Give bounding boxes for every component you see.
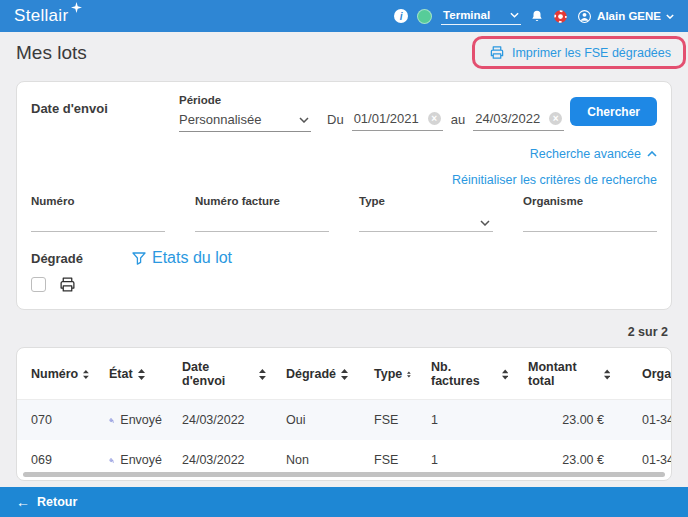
- table-header-row: Numéro État Date d'envoi Dégradé Type Nb…: [17, 348, 672, 400]
- date-from-input[interactable]: 01/01/2021 ×: [352, 111, 443, 131]
- date-from-value: 01/01/2021: [354, 111, 419, 126]
- cell-degrade: Oui: [272, 400, 360, 441]
- filter-row-dates: Date d'envoi Période Personnalisée Du 01…: [31, 94, 657, 132]
- search-filter-card: Date d'envoi Période Personnalisée Du 01…: [16, 81, 672, 310]
- chevron-down-icon: [299, 117, 309, 123]
- reset-criteria-label: Réinitialiser les critères de recherche: [452, 173, 657, 187]
- numero-facture-input[interactable]: [195, 207, 329, 232]
- numero-field: Numéro: [31, 195, 165, 232]
- top-navigation-bar: Stellair i Terminal: [0, 0, 688, 32]
- sort-icon: [502, 369, 508, 380]
- sparkle-icon: [71, 2, 82, 13]
- organisme-label: Organisme: [523, 195, 657, 207]
- type-label: Type: [359, 195, 493, 207]
- date-envoi-label: Date d'envoi: [31, 94, 179, 116]
- sort-icon: [83, 369, 89, 380]
- cell-montant-total: 23.00 €: [514, 400, 628, 441]
- horizontal-scrollbar[interactable]: [23, 472, 665, 477]
- table-row[interactable]: 070 Envoyé 24/03/2022 Oui FSE 1 23.00 €: [17, 400, 672, 441]
- periode-label: Période: [179, 94, 311, 106]
- filter-row-fields: Numéro Numéro facture Type Orga: [31, 195, 657, 232]
- cell-date-envoi: 24/03/2022: [168, 400, 272, 441]
- clear-icon[interactable]: ×: [549, 112, 562, 125]
- cell-numero: 070: [17, 400, 95, 441]
- highlight-annotation: Imprimer les FSE dégradées: [472, 36, 686, 69]
- date-to-input[interactable]: 24/03/2022 ×: [473, 111, 564, 131]
- user-menu[interactable]: Alain GENE: [577, 9, 674, 24]
- degrade-label: Dégradé: [31, 251, 132, 266]
- user-name: Alain GENE: [597, 10, 661, 22]
- column-header-organisme[interactable]: Organisme: [628, 348, 672, 400]
- periode-field: Période Personnalisée: [179, 94, 311, 132]
- back-button[interactable]: ← Retour: [16, 494, 77, 510]
- stellair-logo: Stellair: [14, 6, 82, 26]
- clear-icon[interactable]: ×: [428, 112, 441, 125]
- lots-table-card: Numéro État Date d'envoi Dégradé Type Nb…: [16, 347, 672, 481]
- back-button-label: Retour: [37, 495, 77, 509]
- sort-icon: [407, 369, 411, 380]
- funnel-icon: [132, 252, 146, 265]
- info-icon[interactable]: i: [394, 9, 408, 23]
- sort-icon: [259, 369, 266, 380]
- numero-facture-field: Numéro facture: [195, 195, 329, 232]
- column-header-numero[interactable]: Numéro: [17, 348, 95, 400]
- column-header-degrade[interactable]: Dégradé: [272, 348, 360, 400]
- advanced-search-label: Recherche avancée: [530, 147, 641, 161]
- terminal-select[interactable]: Terminal: [441, 8, 521, 25]
- numero-input[interactable]: [31, 207, 165, 232]
- column-header-type[interactable]: Type: [360, 348, 417, 400]
- degrade-checkbox-row: [31, 276, 657, 293]
- column-header-etat[interactable]: État: [95, 348, 168, 400]
- print-degraded-fse-label: Imprimer les FSE dégradées: [512, 46, 671, 60]
- sort-icon: [604, 369, 610, 380]
- gears-icon: [109, 454, 114, 467]
- type-field: Type: [359, 195, 493, 232]
- reset-criteria-link[interactable]: Réinitialiser les critères de recherche: [452, 173, 657, 187]
- etats-du-lot-label: Etats du lot: [152, 249, 232, 267]
- degrade-row: Dégradé Etats du lot: [31, 249, 657, 267]
- chevron-down-icon: [510, 12, 519, 18]
- main-content: Mes lots Imprimer les FSE dégradées Date…: [0, 32, 688, 487]
- degraded-printer-icon: [58, 276, 77, 293]
- chevron-down-icon: [480, 220, 490, 226]
- advanced-links: Recherche avancée Réinitialiser les crit…: [31, 147, 657, 187]
- column-header-date-envoi[interactable]: Date d'envoi: [168, 348, 272, 400]
- etats-du-lot-filter[interactable]: Etats du lot: [132, 249, 232, 267]
- advanced-search-toggle[interactable]: Recherche avancée: [530, 147, 657, 161]
- column-header-nb-factures[interactable]: Nb. factures: [417, 348, 514, 400]
- back-arrow-icon: ←: [16, 494, 30, 510]
- app-window: Stellair i Terminal: [0, 0, 688, 517]
- results-count: 2 sur 2: [16, 325, 668, 339]
- numero-facture-label: Numéro facture: [195, 195, 329, 207]
- periode-select[interactable]: Personnalisée: [179, 106, 311, 132]
- title-row: Mes lots Imprimer les FSE dégradées: [16, 36, 672, 69]
- terminal-select-value: Terminal: [443, 9, 490, 21]
- connection-status-indicator: [417, 9, 432, 24]
- degrade-checkbox[interactable]: [31, 277, 46, 292]
- organisme-input[interactable]: [523, 207, 657, 232]
- periode-select-value: Personnalisée: [179, 112, 261, 127]
- topbar-actions: i Terminal Alain GENE: [394, 8, 674, 25]
- printer-icon: [489, 45, 505, 60]
- print-degraded-fse-link[interactable]: Imprimer les FSE dégradées: [489, 45, 671, 60]
- help-lifebuoy-icon[interactable]: [553, 9, 568, 24]
- cell-etat: Envoyé: [95, 400, 168, 441]
- lots-table: Numéro État Date d'envoi Dégradé Type Nb…: [17, 348, 672, 480]
- sort-icon: [138, 369, 145, 380]
- search-button[interactable]: Chercher: [570, 97, 657, 126]
- sort-icon: [341, 369, 348, 380]
- user-icon: [577, 9, 592, 24]
- page-title: Mes lots: [16, 42, 87, 64]
- date-to-label: au: [451, 112, 465, 131]
- column-header-montant-total[interactable]: Montant total: [514, 348, 628, 400]
- cell-type: FSE: [360, 400, 417, 441]
- organisme-field: Organisme: [523, 195, 657, 232]
- chevron-up-icon: [647, 151, 657, 157]
- numero-label: Numéro: [31, 195, 165, 207]
- bell-icon[interactable]: [530, 9, 544, 24]
- type-select[interactable]: [359, 207, 493, 232]
- date-to-value: 24/03/2022: [475, 111, 540, 126]
- gears-icon: [109, 414, 114, 427]
- chevron-down-icon: [666, 14, 674, 19]
- cell-organisme: 01-349: [628, 400, 672, 441]
